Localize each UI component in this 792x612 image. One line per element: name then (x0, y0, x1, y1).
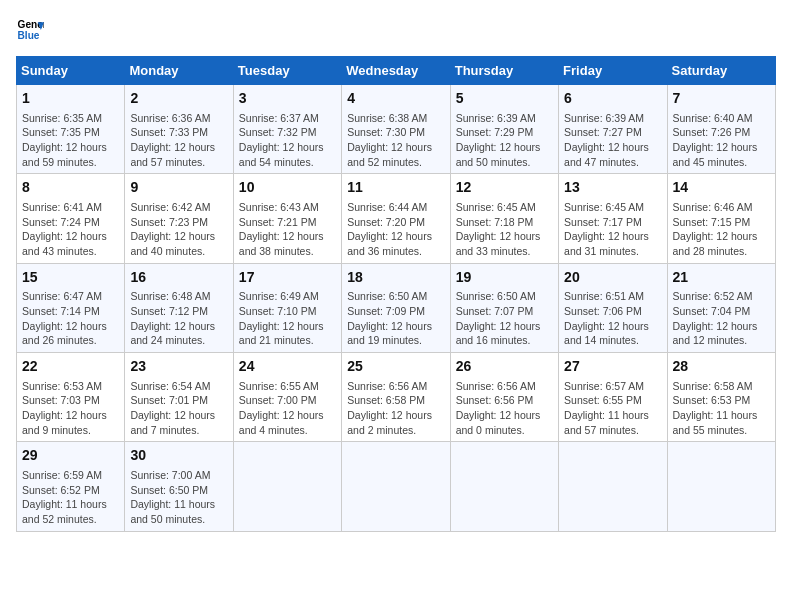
weekday-header-thursday: Thursday (450, 57, 558, 85)
day-detail: Sunrise: 6:57 AMSunset: 6:55 PMDaylight:… (564, 379, 661, 438)
calendar-cell (667, 442, 775, 531)
weekday-header-tuesday: Tuesday (233, 57, 341, 85)
day-number: 5 (456, 89, 553, 109)
day-detail: Sunrise: 6:39 AMSunset: 7:29 PMDaylight:… (456, 111, 553, 170)
day-number: 28 (673, 357, 770, 377)
calendar-cell: 16Sunrise: 6:48 AMSunset: 7:12 PMDayligh… (125, 263, 233, 352)
calendar-week-4: 22Sunrise: 6:53 AMSunset: 7:03 PMDayligh… (17, 353, 776, 442)
day-detail: Sunrise: 6:52 AMSunset: 7:04 PMDaylight:… (673, 289, 770, 348)
calendar-week-2: 8Sunrise: 6:41 AMSunset: 7:24 PMDaylight… (17, 174, 776, 263)
day-number: 17 (239, 268, 336, 288)
calendar-cell: 3Sunrise: 6:37 AMSunset: 7:32 PMDaylight… (233, 85, 341, 174)
page-header: General Blue (16, 16, 776, 44)
calendar-cell: 10Sunrise: 6:43 AMSunset: 7:21 PMDayligh… (233, 174, 341, 263)
day-number: 3 (239, 89, 336, 109)
day-detail: Sunrise: 6:42 AMSunset: 7:23 PMDaylight:… (130, 200, 227, 259)
day-detail: Sunrise: 6:47 AMSunset: 7:14 PMDaylight:… (22, 289, 119, 348)
day-number: 27 (564, 357, 661, 377)
day-detail: Sunrise: 6:45 AMSunset: 7:18 PMDaylight:… (456, 200, 553, 259)
calendar-cell: 13Sunrise: 6:45 AMSunset: 7:17 PMDayligh… (559, 174, 667, 263)
day-detail: Sunrise: 7:00 AMSunset: 6:50 PMDaylight:… (130, 468, 227, 527)
weekday-header-monday: Monday (125, 57, 233, 85)
day-detail: Sunrise: 6:45 AMSunset: 7:17 PMDaylight:… (564, 200, 661, 259)
day-detail: Sunrise: 6:38 AMSunset: 7:30 PMDaylight:… (347, 111, 444, 170)
calendar-cell: 1Sunrise: 6:35 AMSunset: 7:35 PMDaylight… (17, 85, 125, 174)
day-number: 18 (347, 268, 444, 288)
day-number: 1 (22, 89, 119, 109)
day-detail: Sunrise: 6:46 AMSunset: 7:15 PMDaylight:… (673, 200, 770, 259)
day-number: 8 (22, 178, 119, 198)
day-detail: Sunrise: 6:53 AMSunset: 7:03 PMDaylight:… (22, 379, 119, 438)
day-detail: Sunrise: 6:51 AMSunset: 7:06 PMDaylight:… (564, 289, 661, 348)
day-detail: Sunrise: 6:36 AMSunset: 7:33 PMDaylight:… (130, 111, 227, 170)
calendar-cell: 28Sunrise: 6:58 AMSunset: 6:53 PMDayligh… (667, 353, 775, 442)
day-number: 9 (130, 178, 227, 198)
weekday-header-friday: Friday (559, 57, 667, 85)
calendar-cell: 6Sunrise: 6:39 AMSunset: 7:27 PMDaylight… (559, 85, 667, 174)
day-number: 16 (130, 268, 227, 288)
logo: General Blue (16, 16, 44, 44)
calendar-table: SundayMondayTuesdayWednesdayThursdayFrid… (16, 56, 776, 532)
weekday-header-saturday: Saturday (667, 57, 775, 85)
calendar-cell: 26Sunrise: 6:56 AMSunset: 6:56 PMDayligh… (450, 353, 558, 442)
calendar-week-1: 1Sunrise: 6:35 AMSunset: 7:35 PMDaylight… (17, 85, 776, 174)
calendar-cell: 21Sunrise: 6:52 AMSunset: 7:04 PMDayligh… (667, 263, 775, 352)
calendar-cell: 24Sunrise: 6:55 AMSunset: 7:00 PMDayligh… (233, 353, 341, 442)
calendar-cell: 17Sunrise: 6:49 AMSunset: 7:10 PMDayligh… (233, 263, 341, 352)
day-detail: Sunrise: 6:40 AMSunset: 7:26 PMDaylight:… (673, 111, 770, 170)
calendar-cell: 8Sunrise: 6:41 AMSunset: 7:24 PMDaylight… (17, 174, 125, 263)
calendar-cell: 30Sunrise: 7:00 AMSunset: 6:50 PMDayligh… (125, 442, 233, 531)
day-number: 2 (130, 89, 227, 109)
day-number: 7 (673, 89, 770, 109)
calendar-week-3: 15Sunrise: 6:47 AMSunset: 7:14 PMDayligh… (17, 263, 776, 352)
calendar-cell: 27Sunrise: 6:57 AMSunset: 6:55 PMDayligh… (559, 353, 667, 442)
day-number: 26 (456, 357, 553, 377)
calendar-cell: 2Sunrise: 6:36 AMSunset: 7:33 PMDaylight… (125, 85, 233, 174)
svg-text:Blue: Blue (18, 30, 40, 41)
day-number: 25 (347, 357, 444, 377)
calendar-cell (233, 442, 341, 531)
logo-icon: General Blue (16, 16, 44, 44)
calendar-week-5: 29Sunrise: 6:59 AMSunset: 6:52 PMDayligh… (17, 442, 776, 531)
day-number: 13 (564, 178, 661, 198)
day-number: 22 (22, 357, 119, 377)
day-number: 11 (347, 178, 444, 198)
day-detail: Sunrise: 6:43 AMSunset: 7:21 PMDaylight:… (239, 200, 336, 259)
day-detail: Sunrise: 6:56 AMSunset: 6:56 PMDaylight:… (456, 379, 553, 438)
day-detail: Sunrise: 6:59 AMSunset: 6:52 PMDaylight:… (22, 468, 119, 527)
calendar-cell: 22Sunrise: 6:53 AMSunset: 7:03 PMDayligh… (17, 353, 125, 442)
day-detail: Sunrise: 6:39 AMSunset: 7:27 PMDaylight:… (564, 111, 661, 170)
day-detail: Sunrise: 6:50 AMSunset: 7:07 PMDaylight:… (456, 289, 553, 348)
day-number: 23 (130, 357, 227, 377)
day-number: 29 (22, 446, 119, 466)
day-number: 14 (673, 178, 770, 198)
day-detail: Sunrise: 6:58 AMSunset: 6:53 PMDaylight:… (673, 379, 770, 438)
day-number: 30 (130, 446, 227, 466)
calendar-cell: 4Sunrise: 6:38 AMSunset: 7:30 PMDaylight… (342, 85, 450, 174)
day-detail: Sunrise: 6:37 AMSunset: 7:32 PMDaylight:… (239, 111, 336, 170)
calendar-cell (342, 442, 450, 531)
day-number: 21 (673, 268, 770, 288)
calendar-cell: 29Sunrise: 6:59 AMSunset: 6:52 PMDayligh… (17, 442, 125, 531)
calendar-cell: 19Sunrise: 6:50 AMSunset: 7:07 PMDayligh… (450, 263, 558, 352)
day-number: 6 (564, 89, 661, 109)
calendar-cell: 12Sunrise: 6:45 AMSunset: 7:18 PMDayligh… (450, 174, 558, 263)
day-number: 19 (456, 268, 553, 288)
day-number: 24 (239, 357, 336, 377)
calendar-cell: 7Sunrise: 6:40 AMSunset: 7:26 PMDaylight… (667, 85, 775, 174)
day-detail: Sunrise: 6:54 AMSunset: 7:01 PMDaylight:… (130, 379, 227, 438)
calendar-cell: 9Sunrise: 6:42 AMSunset: 7:23 PMDaylight… (125, 174, 233, 263)
calendar-cell: 18Sunrise: 6:50 AMSunset: 7:09 PMDayligh… (342, 263, 450, 352)
day-detail: Sunrise: 6:55 AMSunset: 7:00 PMDaylight:… (239, 379, 336, 438)
weekday-header-wednesday: Wednesday (342, 57, 450, 85)
day-number: 20 (564, 268, 661, 288)
day-detail: Sunrise: 6:49 AMSunset: 7:10 PMDaylight:… (239, 289, 336, 348)
day-detail: Sunrise: 6:48 AMSunset: 7:12 PMDaylight:… (130, 289, 227, 348)
calendar-cell (450, 442, 558, 531)
weekday-header-sunday: Sunday (17, 57, 125, 85)
calendar-cell: 14Sunrise: 6:46 AMSunset: 7:15 PMDayligh… (667, 174, 775, 263)
day-number: 10 (239, 178, 336, 198)
day-detail: Sunrise: 6:56 AMSunset: 6:58 PMDaylight:… (347, 379, 444, 438)
calendar-cell: 20Sunrise: 6:51 AMSunset: 7:06 PMDayligh… (559, 263, 667, 352)
calendar-cell: 5Sunrise: 6:39 AMSunset: 7:29 PMDaylight… (450, 85, 558, 174)
